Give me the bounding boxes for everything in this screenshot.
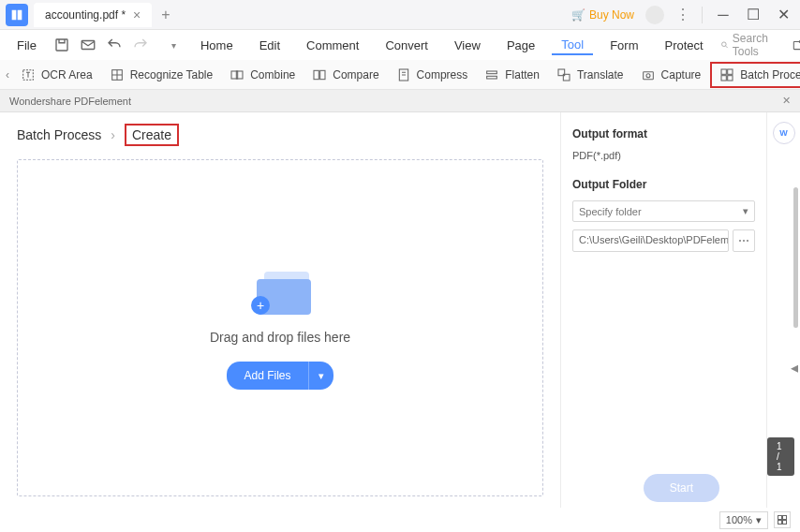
output-format-label: Output format [572, 127, 755, 140]
right-rail: W ◂ 1 / 1 [766, 112, 800, 508]
titlebar: accounting.pdf * × + 🛒 Buy Now ⋮ ─ ☐ ✕ [0, 0, 800, 30]
svg-rect-23 [728, 75, 733, 80]
output-path-field[interactable]: C:\Users\Geili\Desktop\PDFelement\Cr [572, 229, 729, 252]
menu-protect[interactable]: Protect [655, 37, 712, 54]
output-format-value: PDF(*.pdf) [572, 150, 755, 161]
tool-translate[interactable]: Translate [549, 64, 631, 86]
tab-title: accounting.pdf * [45, 8, 126, 22]
svg-rect-12 [320, 70, 325, 79]
folder-icon: + [247, 266, 313, 313]
menu-comment[interactable]: Comment [297, 37, 368, 54]
page-count-badge: 1 / 1 [767, 437, 794, 476]
menubar: File ▾ Home Edit Comment Convert View Pa… [0, 30, 800, 60]
minimize-button[interactable]: ─ [714, 6, 733, 24]
mail-icon[interactable] [80, 37, 96, 53]
main-area: Batch Process › Create + Drag and drop f… [0, 112, 560, 508]
more-icon[interactable]: ⋮ [675, 6, 690, 23]
tool-ocr-area[interactable]: OCR Area [13, 64, 100, 86]
svg-rect-0 [56, 39, 67, 51]
specify-folder-select[interactable]: Specify folder ▾ [572, 200, 755, 222]
svg-rect-15 [487, 76, 497, 79]
chevron-down-icon: ▾ [756, 514, 762, 526]
app-logo [6, 4, 28, 26]
tool-capture[interactable]: Capture [633, 64, 709, 86]
file-menu[interactable]: File [7, 37, 46, 54]
tool-recognize-table[interactable]: Recognize Table [102, 64, 221, 86]
bc-create: Create [125, 124, 179, 146]
panel-header: Wondershare PDFelement ✕ [0, 90, 800, 112]
tool-combine[interactable]: Combine [222, 64, 303, 86]
chevron-down-icon: ▾ [743, 205, 748, 217]
svg-rect-21 [728, 69, 733, 74]
zoom-select[interactable]: 100% ▾ [719, 511, 768, 529]
svg-rect-27 [783, 521, 787, 525]
share-icon[interactable] [792, 37, 800, 53]
plus-icon: + [251, 296, 270, 315]
start-button[interactable]: Start [644, 474, 719, 502]
undo-icon[interactable] [106, 37, 123, 53]
dropzone-text: Drag and drop files here [210, 330, 350, 345]
svg-rect-26 [778, 521, 782, 525]
search-tools[interactable]: Search Tools [720, 32, 782, 58]
dropzone[interactable]: + Drag and drop files here Add Files ▾ [17, 159, 543, 496]
maximize-button[interactable]: ☐ [744, 6, 763, 24]
svg-point-5 [721, 42, 726, 47]
tool-flatten[interactable]: Flatten [477, 64, 547, 86]
add-files-button[interactable]: Add Files [227, 362, 307, 390]
chevron-right-icon: › [111, 127, 115, 142]
svg-rect-20 [721, 69, 726, 74]
menu-view[interactable]: View [445, 37, 490, 54]
output-folder-label: Output Folder [572, 178, 755, 191]
panel-title: Wondershare PDFelement [9, 96, 131, 107]
menu-edit[interactable]: Edit [250, 37, 289, 54]
save-icon[interactable] [53, 37, 70, 53]
close-tab-icon[interactable]: × [133, 7, 141, 22]
bc-batch-process[interactable]: Batch Process [17, 127, 101, 142]
close-window-button[interactable]: ✕ [774, 6, 793, 24]
footer: 100% ▾ [0, 508, 800, 532]
tool-batch-process[interactable]: Batch Process [710, 62, 800, 88]
new-tab-button[interactable]: + [161, 7, 170, 23]
svg-rect-14 [487, 71, 497, 74]
export-word-button[interactable]: W [773, 122, 795, 144]
buy-now-link[interactable]: 🛒 Buy Now [571, 8, 634, 22]
content-area: Batch Process › Create + Drag and drop f… [0, 112, 800, 508]
fit-page-button[interactable] [774, 511, 791, 528]
svg-rect-6 [793, 42, 800, 50]
cart-icon: 🛒 [571, 8, 585, 22]
breadcrumb: Batch Process › Create [17, 124, 543, 159]
svg-rect-11 [314, 70, 319, 79]
svg-rect-25 [783, 516, 787, 520]
scrollbar[interactable] [793, 187, 798, 328]
scroll-left-icon[interactable]: ‹ [4, 68, 11, 81]
menu-home[interactable]: Home [191, 37, 243, 54]
panel-close-icon[interactable]: ✕ [782, 95, 791, 107]
document-tab[interactable]: accounting.pdf * × [34, 3, 152, 27]
add-files-dropdown[interactable]: ▾ [308, 362, 333, 390]
tool-compare[interactable]: Compare [304, 64, 386, 86]
svg-rect-18 [643, 71, 653, 79]
tool-toolbar: ‹ OCR Area Recognize Table Combine Compa… [0, 60, 800, 90]
browse-button[interactable]: ⋯ [733, 229, 755, 252]
menu-form[interactable]: Form [600, 37, 647, 54]
redo-icon[interactable] [132, 37, 149, 53]
user-avatar[interactable] [645, 6, 664, 24]
menu-page[interactable]: Page [497, 37, 544, 54]
svg-rect-22 [721, 75, 726, 80]
svg-point-19 [646, 73, 650, 77]
tool-compress[interactable]: Compress [389, 64, 476, 86]
svg-rect-24 [778, 516, 782, 520]
menu-convert[interactable]: Convert [376, 37, 437, 54]
menu-tool[interactable]: Tool [552, 36, 593, 55]
output-sidebar: Output format PDF(*.pdf) Output Folder S… [560, 112, 766, 508]
expand-rail-icon[interactable]: ◂ [790, 356, 799, 378]
